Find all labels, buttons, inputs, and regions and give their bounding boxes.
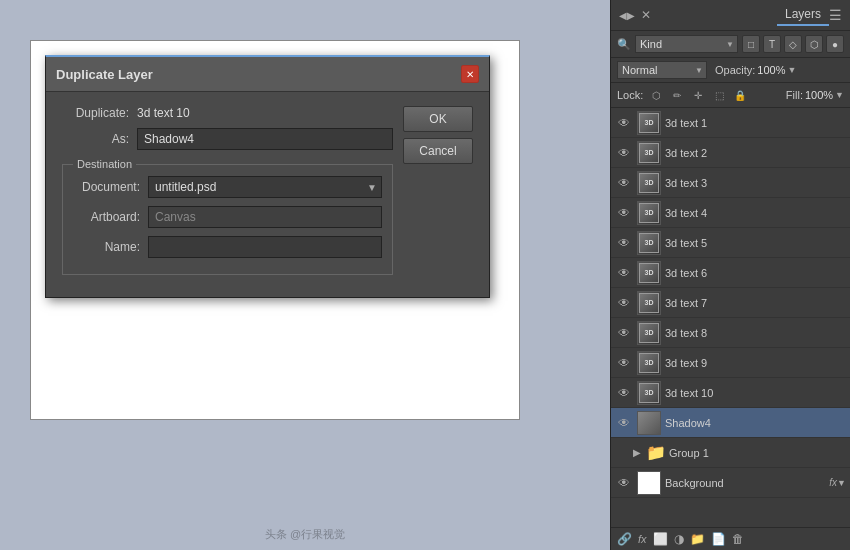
layer-visibility-icon[interactable]: 👁 bbox=[615, 414, 633, 432]
layer-item[interactable]: 👁3D3d text 10 bbox=[611, 378, 850, 408]
lock-artboard-icon[interactable]: ⬚ bbox=[710, 86, 728, 104]
layer-item[interactable]: 👁Shadow4 bbox=[611, 408, 850, 438]
ok-button[interactable]: OK bbox=[403, 106, 473, 132]
as-label: As: bbox=[62, 132, 137, 146]
document-label: Document: bbox=[73, 180, 148, 194]
layer-item[interactable]: ▶📁Group 1 bbox=[611, 438, 850, 468]
lock-paint-icon[interactable]: ✏ bbox=[668, 86, 686, 104]
canvas-area: MINIMA Duplicate Layer ✕ Duplicate: 3d t… bbox=[0, 0, 610, 550]
layer-visibility-icon[interactable]: 👁 bbox=[615, 264, 633, 282]
layer-name-label: 3d text 2 bbox=[665, 147, 846, 159]
name-label: Name: bbox=[73, 240, 148, 254]
delete-layer-icon[interactable]: 🗑 bbox=[732, 532, 744, 546]
layer-fx-badge: fx bbox=[829, 477, 837, 488]
layer-thumbnail: 3D bbox=[637, 351, 661, 375]
kind-select-wrapper: Kind ▼ bbox=[635, 35, 738, 53]
layer-name-label: Background bbox=[665, 477, 825, 489]
name-input[interactable] bbox=[148, 236, 382, 258]
artboard-row: Artboard: bbox=[73, 206, 382, 228]
filter-pixel-icon[interactable]: □ bbox=[742, 35, 760, 53]
kind-select[interactable]: Kind bbox=[635, 35, 738, 53]
layers-list: 👁3D3d text 1👁3D3d text 2👁3D3d text 3👁3D3… bbox=[611, 108, 850, 527]
document-select[interactable]: untitled.psd bbox=[148, 176, 382, 198]
layer-visibility-icon[interactable]: 👁 bbox=[615, 354, 633, 372]
lock-all-icon[interactable]: 🔒 bbox=[731, 86, 749, 104]
document-row: Document: untitled.psd ▼ bbox=[73, 176, 382, 198]
dialog-titlebar: Duplicate Layer ✕ bbox=[46, 57, 489, 92]
layer-item[interactable]: 👁3D3d text 3 bbox=[611, 168, 850, 198]
new-layer-icon[interactable]: 📄 bbox=[711, 532, 726, 546]
layer-name-label: 3d text 3 bbox=[665, 177, 846, 189]
dialog-close-button[interactable]: ✕ bbox=[461, 65, 479, 83]
layer-item[interactable]: 👁3D3d text 2 bbox=[611, 138, 850, 168]
layer-item[interactable]: 👁3D3d text 8 bbox=[611, 318, 850, 348]
filter-smart-icon[interactable]: ⬡ bbox=[805, 35, 823, 53]
layer-visibility-icon[interactable]: 👁 bbox=[615, 114, 633, 132]
add-layer-mask-icon[interactable]: ⬜ bbox=[653, 532, 668, 546]
layer-item[interactable]: 👁3D3d text 7 bbox=[611, 288, 850, 318]
layer-thumbnail: 3D bbox=[637, 171, 661, 195]
layer-visibility-icon[interactable] bbox=[615, 444, 633, 462]
layer-name-label: 3d text 1 bbox=[665, 117, 846, 129]
document-select-wrapper: untitled.psd ▼ bbox=[148, 176, 382, 198]
new-group-icon[interactable]: 📁 bbox=[690, 532, 705, 546]
cancel-button[interactable]: Cancel bbox=[403, 138, 473, 164]
layer-item[interactable]: 👁3D3d text 9 bbox=[611, 348, 850, 378]
lock-label: Lock: bbox=[617, 89, 643, 101]
dialog-body: Duplicate: 3d text 10 As: Destination Do… bbox=[46, 92, 489, 297]
layer-visibility-icon[interactable]: 👁 bbox=[615, 204, 633, 222]
fill-label: Fill: bbox=[786, 89, 803, 101]
fill-arrow[interactable]: ▼ bbox=[835, 90, 844, 100]
filter-color-icon[interactable]: ● bbox=[826, 35, 844, 53]
panel-pin-icon: ◀▶ bbox=[619, 10, 635, 21]
panel-close-icon[interactable]: ✕ bbox=[641, 8, 651, 22]
layers-panel: ◀▶ ✕ Layers ☰ 🔍 Kind ▼ □ T ◇ ⬡ ● Normal … bbox=[610, 0, 850, 550]
layer-item[interactable]: 👁3D3d text 4 bbox=[611, 198, 850, 228]
layer-thumbnail: 3D bbox=[637, 231, 661, 255]
layer-visibility-icon[interactable]: 👁 bbox=[615, 174, 633, 192]
adjustment-layer-icon[interactable]: ◑ bbox=[674, 532, 684, 546]
layer-name-label: Group 1 bbox=[669, 447, 846, 459]
layer-visibility-icon[interactable]: 👁 bbox=[615, 144, 633, 162]
lock-row: Lock: ⬡ ✏ ✛ ⬚ 🔒 Fill: 100% ▼ bbox=[611, 83, 850, 108]
opacity-arrow[interactable]: ▼ bbox=[788, 65, 797, 75]
link-icon[interactable]: 🔗 bbox=[617, 532, 632, 546]
watermark: 头条 @行果视觉 bbox=[265, 527, 345, 542]
layer-expand-arrow[interactable]: ▶ bbox=[633, 447, 641, 458]
layer-name-label: 3d text 5 bbox=[665, 237, 846, 249]
layer-thumbnail bbox=[637, 411, 661, 435]
layer-visibility-icon[interactable]: 👁 bbox=[615, 384, 633, 402]
blend-mode-select[interactable]: Normal bbox=[617, 61, 707, 79]
layer-visibility-icon[interactable]: 👁 bbox=[615, 324, 633, 342]
layer-thumbnail: 3D bbox=[637, 111, 661, 135]
destination-group: Destination Document: untitled.psd ▼ bbox=[62, 158, 393, 275]
layer-visibility-icon[interactable]: 👁 bbox=[615, 474, 633, 492]
filter-shape-icon[interactable]: ◇ bbox=[784, 35, 802, 53]
artboard-input bbox=[148, 206, 382, 228]
dialog-buttons: OK Cancel bbox=[403, 106, 473, 283]
opacity-section: Opacity: 100% ▼ bbox=[711, 64, 796, 76]
search-icon: 🔍 bbox=[617, 38, 631, 51]
artboard-label: Artboard: bbox=[73, 210, 148, 224]
layer-visibility-icon[interactable]: 👁 bbox=[615, 234, 633, 252]
duplicate-row: Duplicate: 3d text 10 bbox=[62, 106, 393, 120]
dialog-title: Duplicate Layer bbox=[56, 67, 153, 82]
lock-position-icon[interactable]: ✛ bbox=[689, 86, 707, 104]
layer-item[interactable]: 👁3D3d text 5 bbox=[611, 228, 850, 258]
fx-label[interactable]: fx bbox=[638, 533, 647, 545]
layer-thumbnail bbox=[637, 471, 661, 495]
layer-name-label: 3d text 10 bbox=[665, 387, 846, 399]
filter-type-icon[interactable]: T bbox=[763, 35, 781, 53]
panel-tab-layers[interactable]: Layers bbox=[777, 4, 829, 26]
layer-item[interactable]: 👁3D3d text 6 bbox=[611, 258, 850, 288]
lock-transparent-icon[interactable]: ⬡ bbox=[647, 86, 665, 104]
layer-item[interactable]: 👁3D3d text 1 bbox=[611, 108, 850, 138]
as-input[interactable] bbox=[137, 128, 393, 150]
layer-visibility-icon[interactable]: 👁 bbox=[615, 294, 633, 312]
layer-item[interactable]: 👁Backgroundfx▼ bbox=[611, 468, 850, 498]
layer-name-label: 3d text 9 bbox=[665, 357, 846, 369]
layer-name-label: 3d text 8 bbox=[665, 327, 846, 339]
name-row: Name: bbox=[73, 236, 382, 258]
panel-search-row: 🔍 Kind ▼ □ T ◇ ⬡ ● bbox=[611, 31, 850, 58]
panel-menu-icon[interactable]: ☰ bbox=[829, 7, 842, 23]
